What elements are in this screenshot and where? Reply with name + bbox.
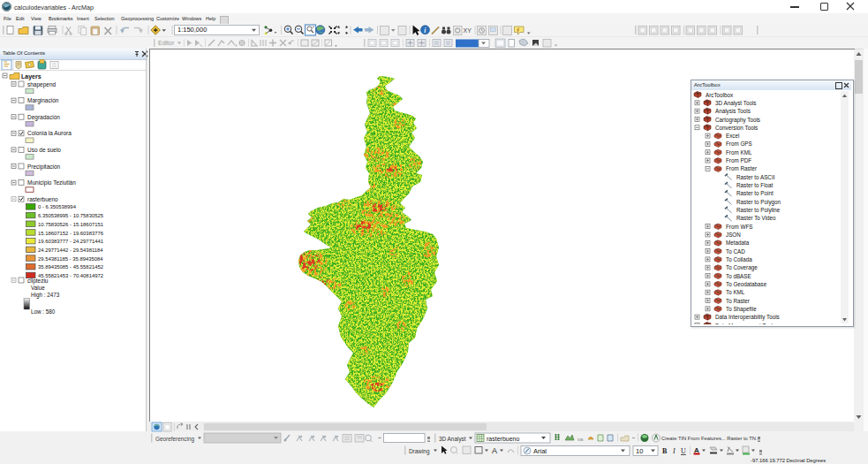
svg-text:Raster to ASCII: Raster to ASCII [736, 174, 775, 180]
svg-text:Value: Value [31, 285, 45, 291]
svg-text:15.18607152 - 19.60383776: 15.18607152 - 19.60383776 [38, 231, 104, 236]
svg-text:To Collada: To Collada [726, 256, 752, 262]
svg-text:From KML: From KML [726, 149, 752, 156]
svg-text:35.89435085 - 45.55821452: 35.89435085 - 45.55821452 [38, 264, 103, 270]
svg-text:rasterbueno: rasterbueno [27, 196, 58, 202]
svg-text:To KML: To KML [726, 289, 745, 295]
svg-text:Arial: Arial [533, 447, 547, 455]
svg-text:From GPS: From GPS [726, 141, 752, 147]
svg-text:Raster To Video: Raster To Video [736, 215, 776, 221]
svg-text:6.350538995 - 10.75830525: 6.350538995 - 10.75830525 [38, 213, 104, 218]
svg-text:19.60383777 - 24.29771441: 19.60383777 - 24.29771441 [38, 239, 103, 244]
svg-text:Data Interoperability Tools: Data Interoperability Tools [715, 314, 780, 321]
svg-text:To dBASE: To dBASE [726, 273, 751, 279]
svg-text:U: U [681, 447, 686, 455]
svg-text:Raster to Polygon: Raster to Polygon [736, 199, 781, 206]
svg-text:A: A [492, 446, 497, 455]
svg-text:Drawing: Drawing [409, 448, 430, 455]
svg-text:0 - 6.350538994: 0 - 6.350538994 [38, 204, 77, 209]
svg-text:10.75830526 - 15.18607151: 10.75830526 - 15.18607151 [38, 222, 103, 227]
svg-text:rasterbueno: rasterbueno [487, 436, 519, 442]
svg-text:Raster to Polyline: Raster to Polyline [736, 207, 781, 214]
svg-text:To Raster: To Raster [726, 298, 750, 304]
svg-text:B: B [662, 447, 668, 455]
svg-text:To CAD: To CAD [726, 248, 745, 255]
svg-text:High : 2473: High : 2473 [31, 292, 60, 299]
svg-text:3D Analyst Tools: 3D Analyst Tools [715, 100, 756, 107]
svg-text:Raster to Point: Raster to Point [736, 190, 774, 196]
svg-text:Colonia la Aurora: Colonia la Aurora [27, 130, 72, 136]
svg-text:Degradación: Degradación [27, 114, 60, 121]
svg-text:Create TIN From Features... R: Create TIN From Features... Raster to TN… [661, 436, 760, 441]
svg-text:I: I [672, 447, 676, 455]
svg-text:Georeferencing: Georeferencing [155, 436, 194, 443]
svg-text:XY: XY [464, 27, 472, 34]
svg-text:Conversion Tools: Conversion Tools [715, 125, 758, 131]
svg-text:shapepend: shapepend [27, 81, 57, 88]
svg-text:Cartography Tools: Cartography Tools [715, 117, 760, 124]
svg-text:Editor: Editor [158, 40, 175, 46]
svg-text:Excel: Excel [726, 133, 739, 139]
svg-text:Data Management Tools: Data Management Tools [715, 323, 775, 325]
svg-text:Analysis Tools: Analysis Tools [715, 108, 751, 115]
svg-text:clipteziu: clipteziu [27, 278, 49, 285]
svg-text:JSON: JSON [726, 232, 741, 238]
svg-text:Metadata: Metadata [726, 240, 750, 246]
svg-text:To Shapefile: To Shapefile [726, 306, 757, 313]
svg-text:From WFS: From WFS [726, 224, 752, 230]
svg-text:24.29771442 - 29.54381184: 24.29771442 - 29.54381184 [38, 247, 103, 253]
svg-text:29.54381185 - 35.89435084: 29.54381185 - 35.89435084 [38, 256, 103, 262]
svg-text:10: 10 [636, 447, 643, 455]
svg-text:ArcToolbox: ArcToolbox [706, 92, 734, 98]
svg-text:Municipio Teziutlán: Municipio Teziutlán [27, 179, 76, 186]
svg-text:Layers: Layers [21, 73, 42, 80]
svg-text:From Raster: From Raster [726, 165, 757, 171]
svg-text:Precipitación: Precipitación [27, 164, 61, 171]
svg-text:Raster to Float: Raster to Float [736, 182, 774, 188]
svg-text:1:150,000: 1:150,000 [177, 26, 207, 34]
svg-text:Marginación: Marginación [27, 97, 59, 104]
svg-text:From PDF: From PDF [726, 157, 751, 164]
svg-text:3D Analyst: 3D Analyst [439, 436, 466, 443]
svg-text:To Geodatabase: To Geodatabase [726, 281, 767, 287]
svg-text:To Coverage: To Coverage [726, 264, 758, 271]
svg-text:Low : 580: Low : 580 [31, 308, 56, 315]
svg-text:Uso de suelo: Uso de suelo [27, 147, 61, 153]
svg-text:va: va [577, 437, 584, 442]
